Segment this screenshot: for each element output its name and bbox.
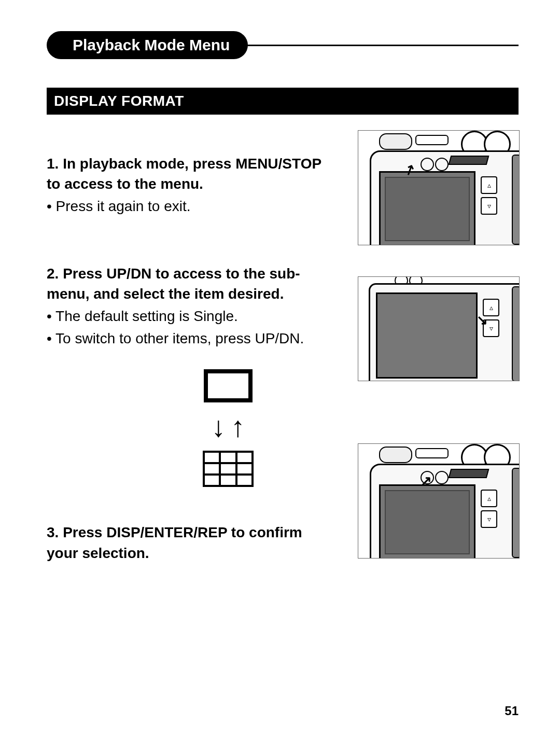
text-column: 1. In playback mode, press MENU/STOP to …	[47, 130, 332, 568]
down-arrow-icon: ↓	[212, 413, 226, 441]
camera-illustration-1: ▵▿ ↗	[358, 130, 520, 245]
step-1-heading: 1. In playback mode, press MENU/STOP to …	[47, 154, 332, 194]
arrows-row: ↓ ↑	[212, 413, 245, 441]
step-2-heading: 2. Press UP/DN to access to the sub-menu…	[47, 263, 332, 304]
header-rule	[245, 45, 519, 46]
manual-page: Playback Mode Menu DISPLAY FORMAT 1. In …	[0, 0, 560, 739]
illustration-column: ▵▿ ↗ ▵▿ ↘ ▵▿ ↗	[358, 130, 519, 559]
step-3: 3. Press DISP/ENTER/REP to confirm your …	[47, 522, 332, 563]
page-heading-pill: Playback Mode Menu	[47, 31, 248, 59]
section-title-bar: DISPLAY FORMAT	[47, 88, 519, 115]
step-1: 1. In playback mode, press MENU/STOP to …	[47, 154, 332, 217]
step-2-bullet-1: • The default setting is Single.	[47, 306, 332, 326]
thumbnail-view-icon	[204, 452, 253, 486]
page-number: 51	[505, 704, 519, 718]
step-3-heading: 3. Press DISP/ENTER/REP to confirm your …	[47, 522, 332, 563]
step-2-bullet-2: • To switch to other items, press UP/DN.	[47, 328, 332, 348]
step-2: 2. Press UP/DN to access to the sub-menu…	[47, 263, 332, 486]
display-format-diagram: ↓ ↑	[124, 369, 332, 486]
header-row: Playback Mode Menu	[47, 31, 519, 59]
single-view-icon	[204, 369, 253, 402]
pointer-arrow-icon: ↗	[421, 473, 432, 489]
pointer-arrow-icon: ↘	[477, 312, 488, 328]
content-row: 1. In playback mode, press MENU/STOP to …	[47, 130, 519, 568]
up-arrow-icon: ↑	[231, 413, 245, 441]
step-1-bullet-1: • Press it again to exit.	[47, 196, 332, 216]
camera-illustration-3: ▵▿ ↗	[358, 443, 520, 559]
camera-illustration-2: ▵▿ ↘	[358, 276, 520, 381]
